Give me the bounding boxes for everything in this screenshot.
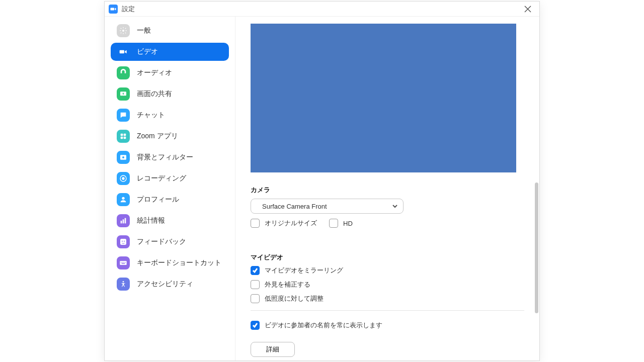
share-icon <box>117 87 130 101</box>
svg-point-10 <box>122 197 124 200</box>
checkbox-lowlight[interactable]: 低照度に対して調整 <box>251 294 524 303</box>
sidebar-item-stats[interactable]: 統計情報 <box>111 212 229 230</box>
sidebar-item-label: 背景とフィルター <box>137 153 193 162</box>
video-preview <box>251 24 516 172</box>
settings-dialog: 設定 一般ビデオオーディオ画面の共有チャットZoom アプリ背景とフィルターレコ… <box>104 1 540 361</box>
svg-point-23 <box>123 281 124 283</box>
svg-rect-3 <box>124 134 126 136</box>
camera-section-label: カメラ <box>251 186 524 195</box>
sidebar-item-profile[interactable]: プロフィール <box>111 191 229 209</box>
svg-rect-4 <box>121 137 123 139</box>
svg-point-16 <box>124 241 125 242</box>
svg-rect-19 <box>122 262 123 262</box>
sidebar-item-rec[interactable]: レコーディング <box>111 169 229 188</box>
svg-rect-21 <box>125 262 125 262</box>
rec-icon <box>117 172 130 185</box>
gear-icon <box>117 24 130 37</box>
sidebar-item-bg[interactable]: 背景とフィルター <box>111 148 229 166</box>
sidebar-item-share[interactable]: 画面の共有 <box>111 85 229 103</box>
checkbox-label: 外見を補正する <box>265 280 310 289</box>
sidebar-item-chat[interactable]: チャット <box>111 106 229 124</box>
checkbox-touchup[interactable]: 外見を補正する <box>251 280 524 289</box>
svg-point-15 <box>122 241 123 242</box>
sidebar-item-label: レコーディング <box>137 174 186 183</box>
svg-rect-20 <box>124 262 124 262</box>
sidebar-item-label: 一般 <box>137 26 151 35</box>
checkbox-mirror[interactable]: マイビデオをミラーリング <box>251 266 524 275</box>
svg-point-0 <box>122 30 124 32</box>
checkbox-label: オリジナルサイズ <box>265 219 317 228</box>
chat-icon <box>117 109 130 122</box>
chevron-down-icon <box>392 203 398 209</box>
svg-rect-13 <box>125 218 126 224</box>
sidebar-item-label: Zoom アプリ <box>137 132 178 141</box>
keyboard-icon <box>117 256 130 269</box>
svg-rect-12 <box>123 219 124 223</box>
checkbox-label: HD <box>343 220 353 227</box>
close-button[interactable] <box>520 2 535 17</box>
stats-icon <box>117 214 130 227</box>
titlebar: 設定 <box>105 2 539 17</box>
profile-icon <box>117 193 130 206</box>
sidebar-item-label: オーディオ <box>137 68 172 77</box>
checkbox-show-names[interactable]: ビデオに参加者の名前を常に表示します <box>251 321 524 330</box>
svg-point-9 <box>122 177 124 179</box>
sidebar-item-apps[interactable]: Zoom アプリ <box>111 127 229 145</box>
scrollbar-thumb[interactable] <box>535 183 538 313</box>
myvideo-section-label: マイビデオ <box>251 253 524 262</box>
window-title: 設定 <box>122 5 135 14</box>
sidebar-item-label: チャット <box>137 111 165 120</box>
sidebar-item-keyboard[interactable]: キーボードショートカット <box>111 254 229 272</box>
svg-rect-17 <box>120 261 126 265</box>
svg-rect-11 <box>121 221 122 223</box>
feedback-icon <box>117 235 130 248</box>
apps-icon <box>117 130 130 143</box>
app-icon <box>109 5 118 14</box>
checkbox-original-size[interactable]: オリジナルサイズ <box>251 219 317 228</box>
settings-sidebar: 一般ビデオオーディオ画面の共有チャットZoom アプリ背景とフィルターレコーディ… <box>105 17 235 360</box>
audio-icon <box>117 66 130 79</box>
svg-rect-22 <box>122 263 125 264</box>
checkbox-hd[interactable]: HD <box>329 219 353 228</box>
sidebar-item-gear[interactable]: 一般 <box>111 22 229 40</box>
camera-dropdown[interactable]: Surface Camera Front <box>251 199 404 214</box>
checkbox-label: マイビデオをミラーリング <box>265 266 343 275</box>
sidebar-item-access[interactable]: アクセシビリティ <box>111 275 229 293</box>
sidebar-item-label: フィードバック <box>137 237 186 246</box>
access-icon <box>117 278 130 291</box>
divider <box>251 310 524 311</box>
svg-rect-14 <box>120 239 126 245</box>
sidebar-item-label: プロフィール <box>137 195 179 204</box>
checkbox-label: 低照度に対して調整 <box>265 294 324 303</box>
svg-rect-18 <box>121 262 121 262</box>
sidebar-item-feedback[interactable]: フィードバック <box>111 233 229 251</box>
sidebar-item-label: アクセシビリティ <box>137 280 193 289</box>
advanced-button[interactable]: 詳細 <box>251 342 295 357</box>
camera-selected-value: Surface Camera Front <box>262 203 327 210</box>
sidebar-item-audio[interactable]: オーディオ <box>111 64 229 82</box>
svg-rect-2 <box>121 134 123 136</box>
video-settings-panel: カメラ Surface Camera Front オリジナルサイズ HD マイビ… <box>235 17 539 360</box>
video-icon <box>117 45 130 58</box>
svg-rect-5 <box>124 137 126 139</box>
sidebar-item-label: ビデオ <box>137 47 158 56</box>
sidebar-item-label: 画面の共有 <box>137 89 172 99</box>
svg-point-7 <box>122 156 124 158</box>
sidebar-item-label: キーボードショートカット <box>137 258 221 267</box>
checkbox-label: ビデオに参加者の名前を常に表示します <box>265 321 382 330</box>
sidebar-item-label: 統計情報 <box>137 216 165 225</box>
bg-icon <box>117 151 130 164</box>
sidebar-item-video[interactable]: ビデオ <box>111 43 229 61</box>
